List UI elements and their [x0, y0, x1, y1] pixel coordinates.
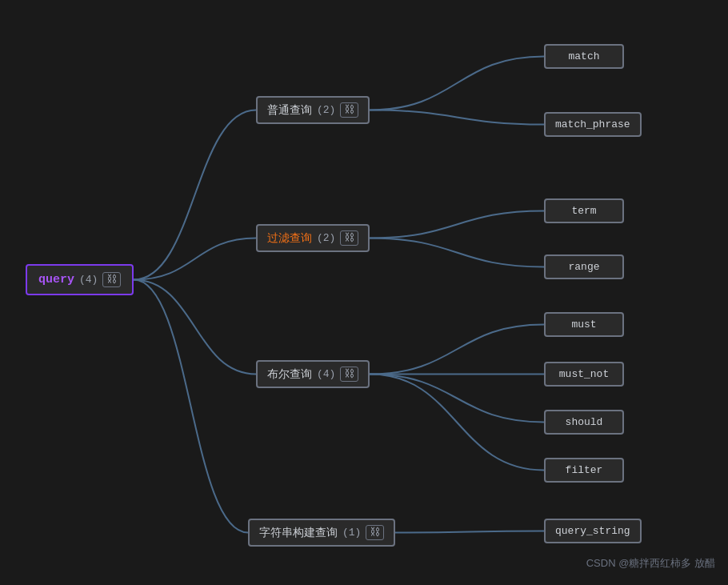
query-string-leaf-node[interactable]: query_string: [544, 519, 642, 543]
mindmap-canvas: query (4) ⛓ 普通查询 (2) ⛓ 过滤查询 (2) ⛓ 布尔查询 (…: [0, 0, 728, 585]
term-label: term: [571, 205, 596, 217]
bool-query-node[interactable]: 布尔查询 (4) ⛓: [256, 360, 370, 388]
string-query-label: 字符串构建查询: [259, 526, 338, 540]
watermark: CSDN @糖拌西红柿多 放醋: [586, 556, 715, 571]
root-link-icon[interactable]: ⛓: [102, 272, 121, 287]
string-query-node[interactable]: 字符串构建查询 (1) ⛓: [248, 519, 395, 547]
filter-query-node[interactable]: 过滤查询 (2) ⛓: [256, 224, 370, 252]
normal-query-node[interactable]: 普通查询 (2) ⛓: [256, 96, 370, 124]
term-leaf-node[interactable]: term: [544, 198, 624, 223]
root-label: query: [38, 273, 74, 286]
bool-query-label: 布尔查询: [267, 367, 312, 382]
bool-query-link-icon[interactable]: ⛓: [340, 367, 358, 382]
match-label: match: [568, 50, 599, 62]
match-phrase-label: match_phrase: [555, 118, 630, 130]
match-phrase-leaf-node[interactable]: match_phrase: [544, 112, 642, 137]
filter-leaf-node[interactable]: filter: [544, 458, 624, 483]
filter-leaf-label: filter: [566, 464, 603, 476]
normal-query-link-icon[interactable]: ⛓: [340, 102, 358, 118]
must-not-leaf-node[interactable]: must_not: [544, 362, 624, 387]
should-label: should: [566, 416, 603, 428]
must-leaf-node[interactable]: must: [544, 312, 624, 337]
match-leaf-node[interactable]: match: [544, 44, 624, 69]
range-leaf-node[interactable]: range: [544, 254, 624, 279]
must-not-label: must_not: [559, 368, 609, 380]
filter-query-count: (2): [317, 232, 335, 244]
string-query-link-icon[interactable]: ⛓: [366, 525, 384, 540]
must-label: must: [571, 319, 596, 331]
range-label: range: [568, 261, 599, 273]
normal-query-label: 普通查询: [267, 103, 312, 118]
should-leaf-node[interactable]: should: [544, 410, 624, 435]
filter-query-link-icon[interactable]: ⛓: [340, 230, 358, 246]
string-query-count: (1): [342, 527, 361, 539]
filter-query-label: 过滤查询: [267, 231, 312, 246]
bool-query-count: (4): [317, 368, 335, 380]
root-count: (4): [79, 274, 98, 286]
root-node[interactable]: query (4) ⛓: [26, 264, 134, 295]
normal-query-count: (2): [317, 104, 335, 116]
query-string-label: query_string: [555, 525, 630, 537]
